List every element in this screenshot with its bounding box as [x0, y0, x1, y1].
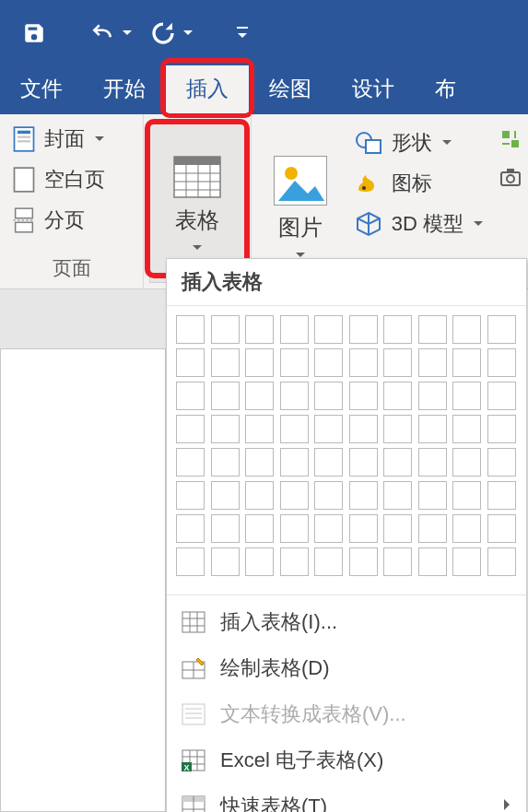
grid-cell[interactable]: [176, 547, 205, 576]
grid-cell[interactable]: [280, 315, 309, 344]
grid-cell[interactable]: [211, 415, 240, 443]
grid-cell[interactable]: [418, 415, 447, 443]
grid-cell[interactable]: [314, 415, 343, 443]
grid-cell[interactable]: [487, 315, 516, 344]
grid-cell[interactable]: [349, 382, 378, 410]
grid-cell[interactable]: [314, 348, 343, 377]
save-button[interactable]: [22, 21, 46, 45]
icons-button[interactable]: 图标: [349, 166, 489, 201]
grid-cell[interactable]: [487, 382, 516, 410]
grid-cell[interactable]: [245, 448, 274, 477]
undo-button[interactable]: [88, 21, 133, 45]
grid-cell[interactable]: [280, 415, 309, 443]
grid-cell[interactable]: [280, 448, 309, 477]
grid-cell[interactable]: [418, 547, 447, 576]
grid-cell[interactable]: [245, 315, 274, 344]
grid-cell[interactable]: [314, 547, 343, 576]
grid-cell[interactable]: [176, 315, 205, 344]
grid-cell[interactable]: [418, 315, 447, 344]
grid-cell[interactable]: [211, 348, 240, 377]
grid-cell[interactable]: [280, 514, 309, 543]
grid-cell[interactable]: [245, 547, 274, 576]
grid-cell[interactable]: [245, 348, 274, 377]
grid-cell[interactable]: [349, 481, 378, 510]
grid-cell[interactable]: [383, 415, 412, 443]
grid-cell[interactable]: [487, 547, 516, 576]
grid-cell[interactable]: [280, 382, 309, 410]
grid-cell[interactable]: [487, 448, 516, 477]
tab-home[interactable]: 开始: [83, 65, 166, 114]
grid-cell[interactable]: [487, 514, 516, 543]
grid-cell[interactable]: [383, 514, 412, 543]
grid-cell[interactable]: [452, 348, 481, 377]
grid-cell[interactable]: [280, 348, 309, 377]
grid-cell[interactable]: [176, 481, 205, 510]
grid-cell[interactable]: [452, 514, 481, 543]
grid-cell[interactable]: [211, 481, 240, 510]
grid-cell[interactable]: [280, 547, 309, 576]
table-size-grid[interactable]: [167, 306, 526, 591]
grid-cell[interactable]: [452, 415, 481, 443]
grid-cell[interactable]: [418, 348, 447, 377]
screenshot-icon[interactable]: [500, 168, 521, 186]
grid-cell[interactable]: [487, 348, 516, 377]
grid-cell[interactable]: [314, 315, 343, 344]
grid-cell[interactable]: [487, 481, 516, 510]
grid-cell[interactable]: [314, 382, 343, 410]
insert-table-item[interactable]: 插入表格(I)...: [167, 599, 526, 645]
grid-cell[interactable]: [452, 547, 481, 576]
grid-cell[interactable]: [314, 448, 343, 477]
grid-cell[interactable]: [383, 481, 412, 510]
grid-cell[interactable]: [418, 481, 447, 510]
grid-cell[interactable]: [452, 315, 481, 344]
grid-cell[interactable]: [314, 481, 343, 510]
grid-cell[interactable]: [176, 415, 205, 443]
grid-cell[interactable]: [245, 481, 274, 510]
grid-cell[interactable]: [452, 481, 481, 510]
tab-layout[interactable]: 布: [415, 65, 476, 114]
grid-cell[interactable]: [314, 514, 343, 543]
grid-cell[interactable]: [349, 315, 378, 344]
page-break-button[interactable]: 分页: [7, 203, 135, 238]
grid-cell[interactable]: [349, 348, 378, 377]
grid-cell[interactable]: [176, 448, 205, 477]
3d-model-button[interactable]: 3D 模型: [349, 206, 489, 241]
grid-cell[interactable]: [487, 415, 516, 443]
grid-cell[interactable]: [211, 448, 240, 477]
grid-cell[interactable]: [383, 315, 412, 344]
grid-cell[interactable]: [176, 382, 205, 410]
grid-cell[interactable]: [452, 448, 481, 477]
grid-cell[interactable]: [211, 547, 240, 576]
tab-design[interactable]: 设计: [332, 65, 415, 114]
draw-table-item[interactable]: 绘制表格(D): [167, 645, 526, 691]
quick-tables-item[interactable]: 快速表格(T): [167, 783, 526, 812]
cover-page-button[interactable]: 封面: [7, 122, 135, 157]
grid-cell[interactable]: [383, 547, 412, 576]
tab-file[interactable]: 文件: [0, 65, 83, 114]
tab-draw[interactable]: 绘图: [249, 65, 332, 114]
grid-cell[interactable]: [383, 348, 412, 377]
grid-cell[interactable]: [383, 448, 412, 477]
grid-cell[interactable]: [349, 514, 378, 543]
grid-cell[interactable]: [418, 448, 447, 477]
grid-cell[interactable]: [211, 514, 240, 543]
grid-cell[interactable]: [418, 382, 447, 410]
document-page[interactable]: [0, 348, 166, 812]
grid-cell[interactable]: [211, 315, 240, 344]
tab-insert[interactable]: 插入: [166, 65, 249, 114]
grid-cell[interactable]: [349, 547, 378, 576]
grid-cell[interactable]: [383, 382, 412, 410]
grid-cell[interactable]: [176, 514, 205, 543]
grid-cell[interactable]: [245, 415, 274, 443]
grid-cell[interactable]: [176, 348, 205, 377]
redo-button[interactable]: [149, 19, 194, 47]
grid-cell[interactable]: [211, 382, 240, 410]
grid-cell[interactable]: [349, 448, 378, 477]
smartart-icon[interactable]: [500, 129, 521, 149]
grid-cell[interactable]: [452, 382, 481, 410]
grid-cell[interactable]: [245, 382, 274, 410]
grid-cell[interactable]: [349, 415, 378, 443]
excel-spreadsheet-item[interactable]: X Excel 电子表格(X): [167, 737, 526, 783]
blank-page-button[interactable]: 空白页: [7, 162, 135, 197]
grid-cell[interactable]: [280, 481, 309, 510]
